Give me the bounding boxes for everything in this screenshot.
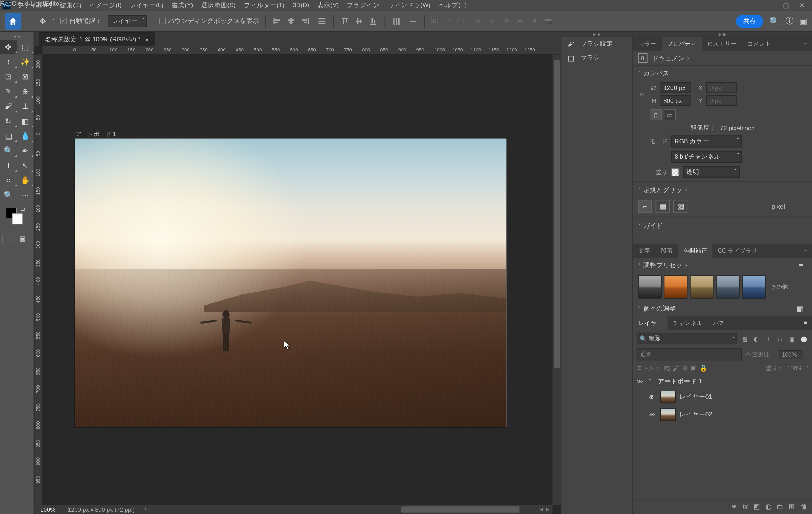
layer-thumbnail[interactable] [660, 391, 676, 403]
unit-select[interactable]: pixel [772, 203, 807, 210]
close-tab-icon[interactable]: × [145, 36, 149, 43]
tab-paragraph[interactable]: 段落 [656, 244, 678, 258]
tab-character[interactable]: 文字 [633, 244, 655, 258]
fill-opacity-input[interactable]: 100% [787, 365, 802, 371]
pixel-grid-toggle[interactable]: ▩ [673, 200, 687, 213]
frame-tool[interactable]: ⊠ [17, 70, 34, 84]
menu-3d[interactable]: 3D(D) [289, 0, 313, 11]
show-bbox-checkbox[interactable]: バウンディングボックスを表示 [159, 17, 259, 26]
filter-smart-icon[interactable]: ▣ [788, 334, 797, 343]
ruler-horizontal[interactable]: 0501001502002503003504004505005506006507… [42, 46, 561, 54]
collapse-handle[interactable]: ►► [633, 32, 812, 37]
adjustment-layer-icon[interactable]: ◐ [765, 502, 771, 511]
preset-warm[interactable] [664, 275, 688, 299]
tab-cc-libraries[interactable]: CC ライブラリ [712, 244, 763, 258]
home-button[interactable] [5, 13, 21, 29]
grid-toggle[interactable]: ▦ [656, 200, 670, 213]
layer-group-icon[interactable]: 🗀 [776, 502, 784, 511]
distribute-icon[interactable] [317, 16, 328, 27]
history-brush-tool[interactable]: ↻ [0, 114, 17, 128]
portrait-button[interactable]: ▯ [650, 109, 662, 120]
height-input[interactable] [660, 95, 690, 106]
chevron-down-icon[interactable]: ˅ [52, 18, 55, 24]
expand-toggle[interactable]: ˅ [649, 379, 654, 384]
brush-settings-panel-button[interactable]: 🖌 ブラシ設定 [561, 37, 632, 51]
document-dimensions[interactable]: 1200 px x 800 px (72 ppi) [61, 506, 140, 513]
preset-bw[interactable] [638, 275, 662, 299]
workspace-icon[interactable]: ▣ [799, 16, 807, 26]
align-center-h-icon[interactable] [286, 16, 297, 27]
layer-artboard[interactable]: 👁 ˅ アートボード 1 [633, 375, 812, 388]
filter-toggle-icon[interactable]: ⬤ [799, 334, 808, 343]
canvas-section-header[interactable]: カンバス [633, 66, 812, 80]
panel-menu-icon[interactable]: ≡ [799, 244, 812, 258]
color-swatches[interactable]: ⇄ [0, 207, 34, 228]
tab-layers[interactable]: レイヤー [633, 316, 667, 330]
tab-properties[interactable]: プロパティ [662, 37, 702, 51]
menu-plugin[interactable]: プラグイン [344, 0, 383, 11]
menu-type[interactable]: 書式(Y) [168, 0, 197, 11]
eraser-tool[interactable]: ◧ [17, 114, 34, 128]
menu-image[interactable]: イメージ(I) [86, 0, 125, 11]
visibility-toggle[interactable]: 👁 [637, 378, 645, 386]
blend-mode-select[interactable]: 通常 [637, 348, 742, 360]
share-button[interactable]: 共有 [736, 14, 763, 27]
align-right-icon[interactable] [300, 16, 311, 27]
menu-view[interactable]: 表示(V) [314, 0, 342, 11]
layer-thumbnail[interactable] [660, 408, 676, 421]
3d-pan-icon[interactable]: ✥ [501, 16, 511, 27]
preset-blue[interactable] [742, 275, 766, 299]
edit-toolbar[interactable]: ⋯ [17, 188, 34, 202]
guides-section-header[interactable]: ガイド [633, 218, 812, 233]
zoom-tool[interactable]: 🔍 [0, 188, 17, 202]
gradient-tool[interactable]: ▦ [0, 129, 17, 143]
stamp-tool[interactable]: ⊥ [17, 99, 34, 113]
collapse-grip[interactable]: ◄◄ [0, 34, 34, 39]
collapse-handle[interactable]: ►► [561, 32, 632, 37]
eyedropper-tool[interactable]: ✎ [0, 85, 17, 98]
rulers-section-header[interactable]: 定規とグリッド [633, 183, 812, 198]
standard-mode-button[interactable] [3, 234, 14, 243]
lock-all-icon[interactable]: 🔒 [699, 364, 708, 372]
help-icon[interactable]: ⓘ [785, 16, 794, 27]
filter-type-icon[interactable]: T [764, 334, 773, 343]
more-options-icon[interactable]: ••• [408, 16, 419, 27]
link-layers-icon[interactable]: ⚭ [731, 502, 737, 511]
align-middle-icon[interactable] [354, 16, 365, 27]
canvas[interactable]: アートボード 1 [42, 54, 561, 514]
layer-style-icon[interactable]: fx [743, 502, 748, 511]
move-tool[interactable]: ✥ [0, 40, 17, 54]
3d-camera-icon[interactable]: 📷 [543, 16, 554, 27]
filter-adjustment-icon[interactable]: ◐ [752, 334, 761, 343]
document-tab[interactable]: 名称未設定 1 @ 100% (RGB/8#) * × [39, 32, 155, 46]
healing-tool[interactable]: ⊕ [17, 85, 34, 98]
status-chevron-icon[interactable]: 〉 [140, 506, 153, 513]
link-dimensions-icon[interactable]: ⎋ [640, 91, 645, 98]
hand-tool[interactable]: ✋ [17, 173, 34, 187]
3d-roll-icon[interactable]: ⊙ [487, 16, 497, 27]
filter-shape-icon[interactable]: ⬠ [776, 334, 785, 343]
crop-tool[interactable]: ⊡ [0, 70, 17, 84]
minimize-button[interactable]: — [766, 1, 772, 9]
close-button[interactable]: ✕ [799, 1, 805, 9]
presets-more-button[interactable]: その他 [768, 283, 790, 291]
auto-select-checkbox[interactable]: 自動選択： [60, 17, 102, 26]
blur-tool[interactable]: 💧 [17, 129, 34, 143]
ruler-vertical[interactable]: 2001501005005010015020025030035040045050… [34, 54, 42, 514]
3d-orbit-icon[interactable]: ⊕ [472, 16, 483, 27]
adjustments-grid-icon[interactable]: ▦ [797, 304, 807, 313]
distribute-v-icon[interactable] [391, 16, 402, 27]
menu-filter[interactable]: フィルター(T) [240, 0, 288, 11]
presets-header[interactable]: 調整プリセット ≡ [633, 258, 812, 273]
dodge-tool[interactable]: 🔍 [0, 144, 17, 157]
preset-cool[interactable] [716, 275, 740, 299]
landscape-button[interactable]: ▭ [664, 109, 676, 120]
artboard[interactable] [75, 139, 506, 427]
scrollbar-vertical[interactable] [552, 54, 561, 505]
bit-depth-select[interactable]: 8 bit/チャンネル [671, 151, 742, 163]
opacity-input[interactable]: 100% [779, 350, 803, 359]
preset-sepia[interactable] [690, 275, 714, 299]
auto-select-target-dropdown[interactable]: レイヤー [108, 15, 147, 27]
new-layer-icon[interactable]: ⊞ [789, 502, 794, 511]
wand-tool[interactable]: ✨ [17, 55, 34, 69]
